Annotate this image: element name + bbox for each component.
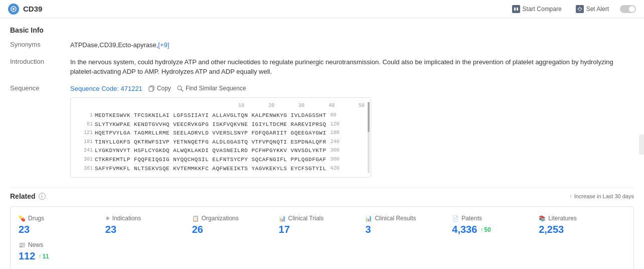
seq-end-num: 60 <box>331 111 337 120</box>
seq-line-data: TINYLLGKFS QKTRWFSIVP YETNNQETFG ALDLGGA… <box>95 138 327 147</box>
up-arrow-icon: ↑ <box>569 193 572 199</box>
organizations-icon: 📋 <box>192 215 199 222</box>
header-actions: Start Compare Set Alert <box>509 4 636 15</box>
stat-literatures[interactable]: 📚 Literatures 2,253 <box>539 215 625 235</box>
set-alert-button[interactable]: Set Alert <box>573 4 612 15</box>
related-info-icon[interactable]: i <box>39 193 46 200</box>
seq-line-data: CTKRFEMTLP FQQFEIQGIG NYQQCHQSIL ELFNTSY… <box>95 156 327 165</box>
find-similar-icon <box>177 85 184 92</box>
literatures-icon: 📚 <box>539 215 546 222</box>
app-title: CD39 <box>23 5 42 13</box>
seq-line-num: 121 <box>75 129 93 138</box>
patents-icon: 📄 <box>452 215 459 222</box>
copy-button[interactable]: Copy <box>148 85 171 92</box>
sequence-header: Sequence Code: 471221 Copy Find Similar … <box>70 84 634 94</box>
stat-indications[interactable]: ✳ Indications 23 <box>105 215 192 235</box>
stats-row-2: 📰 News 112 ↑ 11 <box>19 241 625 262</box>
svg-line-7 <box>181 89 183 91</box>
sequence-code-link[interactable]: Sequence Code: 471221 <box>70 84 142 94</box>
badge-value: 50 <box>484 226 491 233</box>
seq-line-data: HQETPVYLGA TAGMRLLRME SEELADRVLD VVERSLS… <box>95 129 327 138</box>
stat-clinical-results[interactable]: 📊 Clinical Results 3 <box>365 215 452 235</box>
stat-value-container: 4,336 ↑ 50 <box>452 224 539 235</box>
stat-label-text: Indications <box>112 215 141 222</box>
stat-organizations[interactable]: 📋 Organizations 26 <box>192 215 279 235</box>
sequence-line: 361SAFYFVMKFL NLTSEKVSQE KVTEMMKKFC AQFW… <box>75 165 367 174</box>
news-up-arrow: ↑ <box>38 253 41 260</box>
seq-line-data: SLYTYKWPAE KENDTGVVHQ VEECRVKGPG ISKFVQK… <box>95 120 327 129</box>
stat-value-container: 26 <box>192 224 279 235</box>
stat-number: 26 <box>192 224 203 235</box>
related-header: Related i ↑ Increase in Last 30 days <box>10 188 634 200</box>
stat-number: 23 <box>19 224 30 235</box>
seq-end-num: 420 <box>331 165 340 174</box>
sequence-line: 181TINYLLGKFS QKTRWFSIVP YETNNQETFG ALDL… <box>75 138 367 147</box>
stat-news-label: 📰 News <box>19 241 625 248</box>
badge-up-arrow: ↑ <box>480 226 483 233</box>
stat-label: ✳ Indications <box>105 215 192 222</box>
introduction-label: Introduction <box>10 57 70 65</box>
stat-clinical-trials[interactable]: 📊 Clinical Trials 17 <box>279 215 366 235</box>
news-label-text: News <box>28 241 43 248</box>
svg-rect-3 <box>517 8 518 11</box>
sequence-lines: 1MEDTKESWVK TFCSKNILAI LGFSSIIAYI ALLAVG… <box>75 111 367 173</box>
stat-value-container: 23 <box>105 224 192 235</box>
seq-end-num: 120 <box>331 120 340 129</box>
stat-number: 2,253 <box>539 224 564 235</box>
scroll-indicator <box>639 134 644 155</box>
seq-line-data: MEDTKESWVK TFCSKNILAI LGFSSIIAYI ALLAVGL… <box>95 111 327 120</box>
drug-icon: 💊 <box>19 215 26 222</box>
stat-label-text: Organizations <box>202 215 239 222</box>
stat-label: 📊 Clinical Trials <box>279 215 366 222</box>
news-icon: 📰 <box>19 242 26 248</box>
synonyms-value: ATPDase,CD39,Ecto-apyrase,[+9] <box>70 40 634 50</box>
synonyms-row: Synonyms ATPDase,CD39,Ecto-apyrase,[+9] <box>10 40 634 50</box>
alert-toggle[interactable] <box>620 5 636 13</box>
sequence-value: Sequence Code: 471221 Copy Find Similar … <box>70 84 634 178</box>
set-alert-label: Set Alert <box>586 6 609 13</box>
stat-value-container: 17 <box>279 224 366 235</box>
introduction-value: In the nervous system, could hydrolyze A… <box>70 57 622 77</box>
sequence-line: 121HQETPVYLGA TAGMRLLRME SEELADRVLD VVER… <box>75 129 367 138</box>
stat-label-text: Drugs <box>28 215 44 222</box>
sequence-line: 241LYGKDYNVYT HSFLCYGKDQ ALWQKLAKDI QVAS… <box>75 147 367 156</box>
stat-drugs[interactable]: 💊 Drugs 23 <box>19 215 105 235</box>
copy-label: Copy <box>157 85 171 92</box>
seq-end-num: 300 <box>331 147 340 156</box>
stat-label: 📊 Clinical Results <box>365 215 452 222</box>
sequence-box[interactable]: 10 20 30 40 50 1MEDTKESWVK TFCSKNILAI LG… <box>70 97 371 178</box>
related-title: Related i <box>10 192 46 200</box>
stat-label-text: Clinical Trials <box>288 215 324 222</box>
introduction-row: Introduction In the nervous system, coul… <box>10 57 634 77</box>
svg-rect-5 <box>149 87 153 91</box>
basic-info-title: Basic Info <box>10 26 634 34</box>
alert-icon <box>576 5 584 13</box>
seq-line-num: 301 <box>75 156 93 165</box>
stat-number: 4,336 <box>452 224 477 235</box>
main-content: Basic Info Synonyms ATPDase,CD39,Ecto-ap… <box>0 18 644 269</box>
stat-value-container: 3 <box>365 224 452 235</box>
seq-line-num: 241 <box>75 147 93 156</box>
sequence-row: Sequence Sequence Code: 471221 Copy Find… <box>10 84 634 178</box>
seq-line-num: 1 <box>75 111 93 120</box>
start-compare-button[interactable]: Start Compare <box>509 4 565 15</box>
logo-icon <box>8 4 19 15</box>
seq-line-num: 61 <box>75 120 93 129</box>
seq-line-data: LYGKDYNVYT HSFLCYGKDQ ALWQKLAKDI QVASNEI… <box>95 147 327 156</box>
stat-number: 3 <box>365 224 371 235</box>
stat-patents[interactable]: 📄 Patents 4,336 ↑ 50 <box>452 215 539 235</box>
compare-icon <box>512 5 520 13</box>
find-similar-button[interactable]: Find Similar Sequence <box>177 85 246 92</box>
stat-label: 📋 Organizations <box>192 215 279 222</box>
stat-number: 17 <box>279 224 290 235</box>
sequence-label: Sequence <box>10 84 70 92</box>
sequence-line: 301CTKRFEMTLP FQQFEIQGIG NYQQCHQSIL ELFN… <box>75 156 367 165</box>
stat-news[interactable]: 📰 News 112 ↑ 11 <box>19 241 625 262</box>
synonyms-more-link[interactable]: [+9] <box>158 41 169 49</box>
sequence-scrollbar[interactable] <box>368 102 370 173</box>
seq-end-num: 240 <box>331 138 340 147</box>
increase-text: ↑ Increase in Last 30 days <box>569 193 634 199</box>
header: CD39 Start Compare Set Alert <box>0 0 644 18</box>
news-badge-value: 11 <box>42 253 49 260</box>
find-similar-label: Find Similar Sequence <box>186 85 246 92</box>
